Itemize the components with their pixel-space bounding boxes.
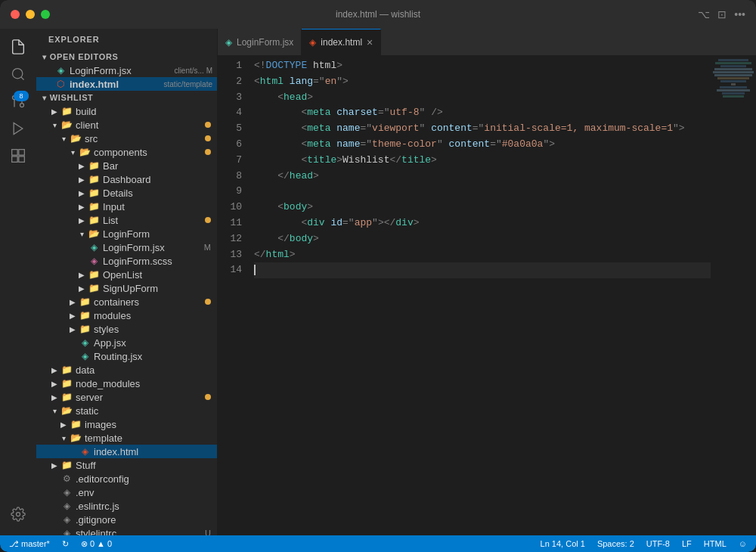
tree-item-images[interactable]: ▶ 📁 images	[36, 417, 217, 431]
tree-item-loginform-jsx[interactable]: ◈ LoginForm.jsx M	[36, 240, 217, 254]
tree-item-containers[interactable]: ▶ 📁 containers	[36, 295, 217, 309]
env-file-icon: ◈	[60, 486, 73, 498]
html-tab-icon: ◈	[309, 37, 316, 48]
open-editors-section[interactable]: ▾ OPEN EDITORS	[36, 50, 217, 64]
minimize-button[interactable]	[26, 10, 35, 19]
close-button[interactable]	[11, 10, 20, 19]
tree-item-build[interactable]: ▶ 📁 build	[36, 104, 217, 118]
tree-item-list[interactable]: ▶ 📁 List	[36, 213, 217, 227]
tree-item-eslintrc[interactable]: ◈ .eslintrc.js	[36, 499, 217, 513]
tree-item-input[interactable]: ▶ 📁 Input	[36, 200, 217, 213]
tree-item-dashboard[interactable]: ▶ 📁 Dashboard	[36, 172, 217, 186]
tree-item-components[interactable]: ▾ 📂 components	[36, 145, 217, 159]
more-icon[interactable]: •••	[734, 8, 745, 20]
wishlist-section[interactable]: ▾ WISHLIST	[36, 91, 217, 104]
source-control-icon[interactable]: 8	[6, 89, 30, 113]
folder-icon: 📁	[70, 418, 82, 430]
src-name: src	[85, 133, 205, 144]
list-name: List	[103, 215, 205, 226]
folder-icon: 📁	[88, 268, 100, 281]
tree-item-server[interactable]: ▶ 📁 server	[36, 390, 217, 404]
tree-item-static[interactable]: ▾ 📂 static	[36, 404, 217, 417]
status-branch[interactable]: ⎇ master*	[6, 535, 53, 552]
list-chevron: ▶	[76, 216, 88, 225]
titlebar: index.html — wishlist ⌥ ⊡ •••	[0, 0, 756, 29]
tab-loginform[interactable]: ◈ LoginForm.jsx	[218, 29, 302, 55]
tree-item-stylelintrc[interactable]: ◈ stylelintrc... U	[36, 526, 217, 535]
main-content: 8	[0, 29, 756, 535]
tree-item-appjsx[interactable]: ◈ App.jsx	[36, 336, 217, 349]
folder-icon: 📁	[79, 296, 91, 308]
settings-icon[interactable]	[6, 502, 30, 526]
broadcast-icon[interactable]: ⌥	[698, 8, 710, 20]
code-line-14	[254, 262, 711, 278]
activity-bar: 8	[0, 29, 36, 535]
encoding-text: UTF-8	[646, 539, 670, 548]
tree-item-signupform[interactable]: ▶ 📁 SignUpForm	[36, 281, 217, 295]
tree-item-data[interactable]: ▶ 📁 data	[36, 363, 217, 377]
server-name: server	[76, 392, 205, 403]
components-chevron: ▾	[67, 148, 79, 157]
bar-chevron: ▶	[76, 162, 88, 170]
debug-icon[interactable]	[6, 116, 30, 141]
tab-close-button[interactable]: ×	[367, 37, 373, 48]
code-line-2: <html lang="en">	[254, 74, 711, 90]
status-eol[interactable]: LF	[679, 535, 695, 552]
openlist-chevron: ▶	[76, 271, 88, 279]
appjsx-name: App.jsx	[94, 337, 217, 349]
tree-item-env[interactable]: ◈ .env	[36, 485, 217, 499]
containers-chevron: ▶	[67, 298, 79, 306]
folder-icon: 📁	[60, 459, 73, 471]
template-chevron: ▾	[57, 434, 70, 442]
sidebar: EXPLORER ▾ OPEN EDITORS ◈ LoginForm.jsx …	[36, 29, 218, 535]
tree-item-stuff[interactable]: ▶ 📁 Stuff	[36, 458, 217, 472]
error-icon: ⊗	[81, 539, 88, 549]
status-position[interactable]: Ln 14, Col 1	[538, 535, 588, 552]
jsx-file-icon: ◈	[79, 336, 91, 349]
status-language[interactable]: HTML	[701, 535, 730, 552]
wishlist-chevron: ▾	[42, 94, 47, 102]
tree-item-src[interactable]: ▾ 📂 src	[36, 132, 217, 145]
folder-icon: 📁	[60, 364, 73, 376]
tree-item-indexhtml[interactable]: ◈ index.html	[36, 445, 217, 458]
details-name: Details	[103, 188, 217, 199]
tree-item-bar[interactable]: ▶ 📁 Bar	[36, 159, 217, 172]
svg-rect-8	[19, 157, 25, 163]
tree-item-openlist[interactable]: ▶ 📁 OpenList	[36, 268, 217, 281]
tree-item-client[interactable]: ▾ 📂 client	[36, 118, 217, 132]
status-smiley[interactable]: ☺	[736, 535, 750, 552]
tree-item-template[interactable]: ▾ 📂 template	[36, 431, 217, 445]
open-editor-loginform[interactable]: ◈ LoginForm.jsx client/s... M	[36, 64, 217, 77]
maximize-button[interactable]	[41, 10, 50, 19]
status-sync[interactable]: ↻	[59, 535, 72, 552]
svg-marker-5	[14, 123, 23, 135]
error-count: 0	[90, 539, 94, 548]
line-num-12: 12	[224, 231, 242, 247]
code-lines[interactable]: <!DOCTYPE html> <html lang="en"> <head> …	[251, 55, 711, 535]
extensions-icon[interactable]	[6, 144, 30, 168]
tree-item-loginform-folder[interactable]: ▾ 📂 LoginForm	[36, 227, 217, 240]
status-encoding[interactable]: UTF-8	[643, 535, 673, 552]
tab-indexhtml[interactable]: ◈ index.html ×	[302, 29, 381, 55]
vscode-window: index.html — wishlist ⌥ ⊡ •••	[0, 0, 756, 552]
folder-icon: 📁	[88, 160, 100, 172]
tree-item-routingjsx[interactable]: ◈ Routing.jsx	[36, 349, 217, 363]
search-icon[interactable]	[6, 62, 30, 86]
tree-item-details[interactable]: ▶ 📁 Details	[36, 186, 217, 200]
tree-item-loginform-scss[interactable]: ◈ LoginForm.scss	[36, 254, 217, 268]
layout-icon[interactable]: ⊡	[717, 8, 727, 20]
status-errors[interactable]: ⊗ 0 ▲ 0	[78, 535, 115, 552]
indexhtml-name: index.html	[94, 446, 217, 457]
files-icon[interactable]	[6, 35, 30, 59]
status-spaces[interactable]: Spaces: 2	[594, 535, 637, 552]
tree-item-gitignore[interactable]: ◈ .gitignore	[36, 513, 217, 526]
tree-item-editorconfig[interactable]: ⚙ .editorconfig	[36, 472, 217, 485]
folder-icon: 📁	[60, 377, 73, 389]
tree-item-nodemodules[interactable]: ▶ 📁 node_modules	[36, 377, 217, 390]
svg-line-1	[21, 77, 24, 80]
tree-item-modules[interactable]: ▶ 📁 modules	[36, 309, 217, 322]
tree-item-styles[interactable]: ▶ 📁 styles	[36, 322, 217, 336]
code-line-11: <div id="app"></div>	[254, 216, 711, 231]
open-editor-indexhtml[interactable]: ⬡ index.html static/template	[36, 77, 217, 91]
jsx-file-icon: ◈	[88, 241, 100, 253]
